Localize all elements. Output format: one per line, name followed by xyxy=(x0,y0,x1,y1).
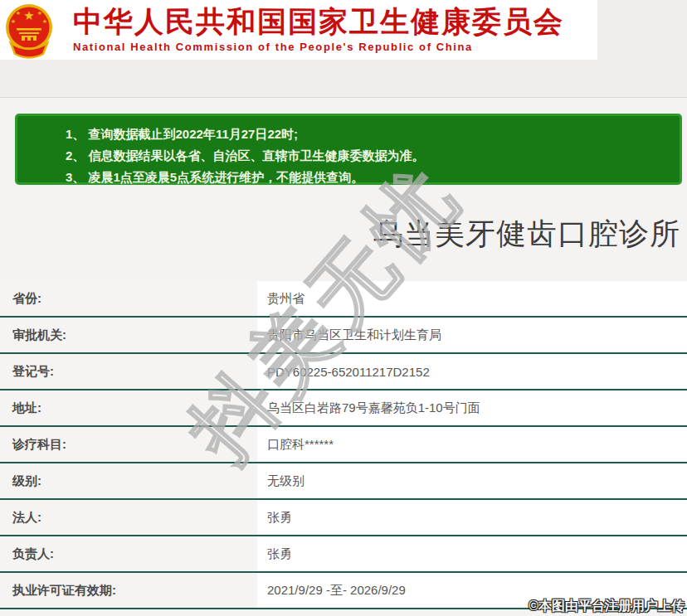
site-title-chinese: 中华人民共和国国家卫生健康委员会 xyxy=(73,5,596,38)
row-value: PDY60225-652011217D2152 xyxy=(257,354,687,389)
row-label: 负责人: xyxy=(0,536,257,571)
svg-text:★: ★ xyxy=(16,10,21,16)
row-value: 贵阳市乌当区卫生和计划生育局 xyxy=(257,318,687,352)
table-row-treatment-subjects: 诊疗科目: 口腔科****** xyxy=(0,427,687,463)
header-band: ★ ★ ★ ★ ★ 中华人民共和国国家卫生健康委员会 National Heal… xyxy=(0,0,597,60)
row-value: 贵州省 xyxy=(257,281,687,316)
row-label: 省份: xyxy=(0,281,257,316)
institution-detail-table: 省份: 贵州省 审批机关: 贵阳市乌当区卫生和计划生育局 登记号: PDY602… xyxy=(0,281,687,609)
row-label: 审批机关: xyxy=(0,318,257,352)
license-query-result-page: ★ ★ ★ ★ ★ 中华人民共和国国家卫生健康委员会 National Heal… xyxy=(0,0,687,616)
prc-national-emblem-icon: ★ ★ ★ ★ ★ xyxy=(4,2,54,60)
row-value: 张勇 xyxy=(257,500,687,535)
row-value: 乌当区白岩路79号嘉馨苑负1-10号门面 xyxy=(257,390,687,425)
institution-name-title: 乌当美牙健齿口腔诊所 xyxy=(0,214,680,255)
svg-text:★: ★ xyxy=(37,10,42,16)
svg-text:★: ★ xyxy=(42,18,47,24)
notice-item-1: 1、 查询数据截止到2022年11月27日22时; xyxy=(66,124,671,145)
notice-item-2: 2、 信息数据结果以各省、自治区、直辖市卫生健康委数据为准。 xyxy=(66,145,671,167)
row-value: 无级别 xyxy=(257,463,687,498)
row-label: 登记号: xyxy=(0,354,257,389)
header-background: ★ ★ ★ ★ ★ 中华人民共和国国家卫生健康委员会 National Heal… xyxy=(0,0,687,98)
table-row-person-in-charge: 负责人: 张勇 xyxy=(0,536,687,573)
table-row-legal-person: 法人: 张勇 xyxy=(0,500,687,536)
table-row-province: 省份: 贵州省 xyxy=(0,281,687,318)
row-label: 诊疗科目: xyxy=(0,427,257,462)
table-row-registration-number: 登记号: PDY60225-652011217D2152 xyxy=(0,354,687,390)
row-value: 口腔科****** xyxy=(257,427,687,462)
site-title-english: National Health Commission of the People… xyxy=(73,41,596,53)
table-row-approving-authority: 审批机关: 贵阳市乌当区卫生和计划生育局 xyxy=(0,318,687,354)
table-row-address: 地址: 乌当区白岩路79号嘉馨苑负1-10号门面 xyxy=(0,390,687,427)
svg-text:★: ★ xyxy=(23,8,34,22)
table-row-level: 级别: 无级别 xyxy=(0,463,687,500)
uploader-watermark: ©本图由平台注册用户上传 xyxy=(529,598,685,615)
query-notice-box: 1、 查询数据截止到2022年11月27日22时; 2、 信息数据结果以各省、自… xyxy=(15,114,682,185)
row-label: 执业许可证有效期: xyxy=(0,573,257,608)
notice-item-3: 3、 凌晨1点至凌晨5点系统进行维护，不能提供查询。 xyxy=(66,167,671,188)
row-value: 张勇 xyxy=(257,536,687,571)
header-titles: 中华人民共和国国家卫生健康委员会 National Health Commiss… xyxy=(73,5,596,53)
svg-text:★: ★ xyxy=(11,18,16,24)
row-label: 法人: xyxy=(0,500,257,535)
row-label: 级别: xyxy=(0,463,257,498)
row-label: 地址: xyxy=(0,390,257,425)
